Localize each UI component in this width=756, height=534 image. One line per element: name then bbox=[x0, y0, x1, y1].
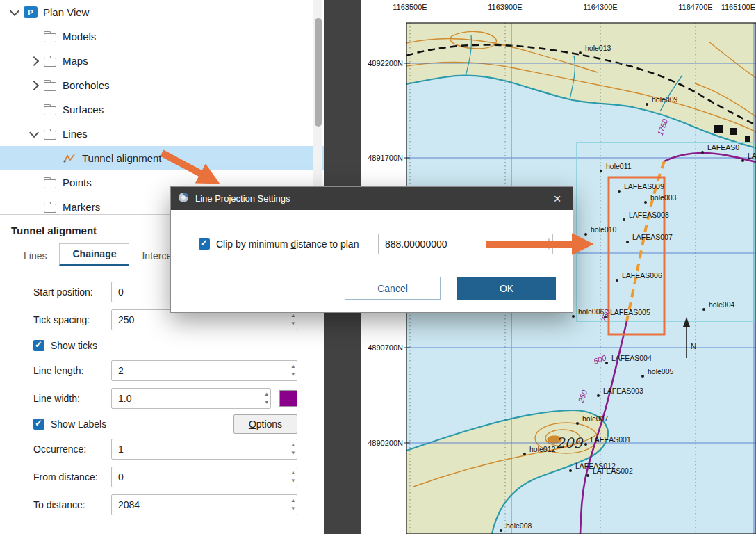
dialog-titlebar[interactable]: Line Projection Settings bbox=[171, 187, 573, 210]
line-length-input[interactable] bbox=[111, 360, 297, 381]
spin-up-icon[interactable] bbox=[547, 235, 550, 243]
tree-item-label: Boreholes bbox=[63, 79, 110, 91]
svg-text:4891700N: 4891700N bbox=[368, 154, 403, 162]
start-position-label: Start position: bbox=[33, 286, 111, 298]
svg-text:LAFEAS005: LAFEAS005 bbox=[610, 308, 650, 316]
line-color-swatch[interactable] bbox=[279, 390, 297, 407]
leapfrog-window: Plan ViewModelsMapsBoreholesSurfacesLine… bbox=[0, 0, 756, 534]
svg-text:LAFEAS007: LAFEAS007 bbox=[632, 233, 673, 241]
svg-text:LAFEAS006: LAFEAS006 bbox=[622, 271, 662, 280]
occurrence-input[interactable] bbox=[111, 439, 297, 460]
spin-up-icon[interactable] bbox=[291, 496, 295, 504]
line-width-value[interactable] bbox=[112, 389, 270, 408]
tree-scrollbar[interactable] bbox=[313, 0, 322, 214]
svg-text:LAFEAS002: LAFEAS002 bbox=[593, 467, 633, 475]
chevron-down-icon[interactable] bbox=[6, 10, 24, 15]
show-ticks-label: Show ticks bbox=[51, 340, 97, 351]
spin-down-icon[interactable] bbox=[265, 398, 268, 406]
svg-text:LAFEAS009: LAFEAS009 bbox=[624, 182, 664, 191]
spin-down-icon[interactable] bbox=[291, 448, 295, 457]
to-distance-value[interactable] bbox=[112, 495, 297, 515]
chevron-right-icon[interactable] bbox=[25, 58, 43, 65]
spinner-icons[interactable] bbox=[291, 311, 295, 327]
tree-item-tunnel-alignment[interactable]: Tunnel alignment bbox=[0, 146, 324, 170]
svg-text:LAFEAS008: LAFEAS008 bbox=[629, 211, 669, 219]
svg-text:hole006: hole006 bbox=[578, 307, 605, 316]
spin-up-icon[interactable] bbox=[291, 440, 295, 448]
line-projection-dialog: Line Projection Settings Clip by minimum… bbox=[170, 186, 573, 313]
spinner-icons[interactable] bbox=[265, 389, 268, 406]
polyline-icon bbox=[63, 152, 76, 165]
line-width-input[interactable] bbox=[111, 388, 271, 409]
spinner-icons[interactable] bbox=[291, 362, 295, 378]
options-button[interactable]: Options bbox=[233, 414, 297, 434]
min-distance-value[interactable] bbox=[379, 234, 552, 254]
tick-spacing-label: Tick spacing: bbox=[33, 314, 111, 325]
properties-fields: Start position: Tick spacing: Show ticks… bbox=[33, 282, 297, 515]
from-distance-row: From distance: bbox=[33, 467, 297, 487]
spin-up-icon[interactable] bbox=[291, 468, 295, 476]
tree-item-lines[interactable]: Lines bbox=[0, 122, 324, 146]
svg-text:hole009: hole009 bbox=[652, 95, 678, 104]
svg-text:LAFEAS003: LAFEAS003 bbox=[603, 387, 643, 395]
spinner-icons[interactable] bbox=[547, 235, 550, 252]
chevron-right-icon[interactable] bbox=[25, 82, 43, 89]
chevron-down-icon[interactable] bbox=[25, 131, 43, 136]
close-icon[interactable] bbox=[549, 192, 566, 205]
spin-up-icon[interactable] bbox=[265, 389, 268, 398]
svg-text:hole008: hole008 bbox=[506, 521, 532, 530]
tree-item-plan-view[interactable]: Plan View bbox=[0, 0, 324, 24]
from-distance-value[interactable] bbox=[112, 467, 297, 487]
svg-text:4892200N: 4892200N bbox=[368, 59, 403, 67]
clip-label: Clip by minimum distance to plan bbox=[216, 238, 359, 250]
spinner-icons[interactable] bbox=[291, 440, 295, 457]
tree-item-label: Plan View bbox=[43, 6, 89, 18]
to-distance-label: To distance: bbox=[33, 499, 111, 510]
svg-text:hole004: hole004 bbox=[709, 300, 735, 309]
tree-item-surfaces[interactable]: Surfaces bbox=[0, 97, 324, 122]
spinner-icons[interactable] bbox=[291, 496, 295, 512]
tree-item-boreholes[interactable]: Boreholes bbox=[0, 73, 324, 97]
svg-text:LAFEAS004: LAFEAS004 bbox=[611, 354, 652, 362]
line-width-label: Line width: bbox=[33, 393, 111, 404]
dialog-app-icon bbox=[178, 192, 189, 206]
min-distance-input[interactable] bbox=[378, 234, 553, 254]
tab-chainage[interactable]: Chainage bbox=[59, 243, 129, 266]
line-length-value[interactable] bbox=[112, 361, 297, 380]
clip-checkbox[interactable] bbox=[199, 238, 210, 250]
plan-view-icon bbox=[24, 6, 38, 18]
tree-item-models[interactable]: Models bbox=[0, 24, 324, 49]
svg-text:hole005: hole005 bbox=[648, 367, 674, 375]
tree-item-maps[interactable]: Maps bbox=[0, 49, 324, 73]
spin-down-icon[interactable] bbox=[291, 504, 295, 512]
from-distance-input[interactable] bbox=[111, 467, 297, 487]
cancel-button[interactable]: Cancel bbox=[345, 277, 441, 300]
svg-text:hole003: hole003 bbox=[650, 193, 677, 202]
tab-lines[interactable]: Lines bbox=[11, 246, 59, 266]
dialog-buttons: Cancel OK bbox=[345, 277, 556, 300]
show-ticks-checkbox[interactable] bbox=[33, 340, 44, 351]
occurrence-value[interactable] bbox=[112, 439, 297, 459]
spin-down-icon[interactable] bbox=[291, 319, 295, 327]
to-distance-input[interactable] bbox=[111, 494, 297, 515]
tree-item-label: Lines bbox=[63, 128, 88, 140]
line-width-row: Line width: bbox=[33, 388, 297, 409]
folder-icon bbox=[43, 31, 57, 43]
from-distance-label: From distance: bbox=[33, 471, 111, 483]
svg-text:LA: LA bbox=[748, 152, 756, 160]
show-labels-checkbox[interactable] bbox=[33, 419, 44, 430]
spin-down-icon[interactable] bbox=[547, 243, 550, 252]
svg-text:hole010: hole010 bbox=[591, 225, 617, 234]
to-distance-row: To distance: bbox=[33, 494, 297, 515]
spinner-icons[interactable] bbox=[291, 468, 295, 485]
tree-scrollbar-thumb[interactable] bbox=[315, 18, 322, 127]
tick-spacing-value[interactable] bbox=[112, 310, 297, 330]
svg-text:1164700E: 1164700E bbox=[678, 3, 712, 11]
ok-button[interactable]: OK bbox=[457, 277, 556, 300]
spin-down-icon[interactable] bbox=[291, 476, 295, 485]
folder-icon bbox=[43, 104, 57, 116]
spin-up-icon[interactable] bbox=[291, 362, 295, 370]
dialog-body: Clip by minimum distance to plan Cancel … bbox=[171, 210, 573, 312]
spin-down-icon[interactable] bbox=[291, 370, 295, 378]
svg-text:LAFEAS001: LAFEAS001 bbox=[591, 435, 631, 444]
